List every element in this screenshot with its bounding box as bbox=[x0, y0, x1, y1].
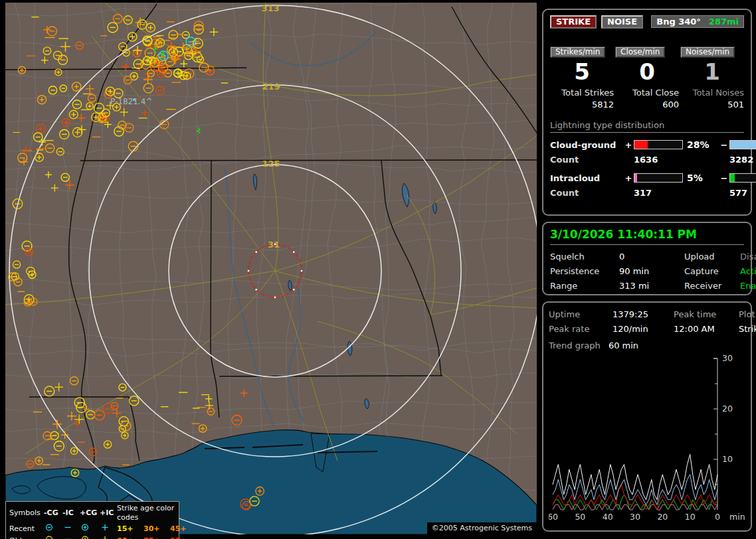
x-axis-tick-label: 60 bbox=[549, 512, 558, 522]
status-label: Capture bbox=[684, 266, 740, 276]
strike-symbol bbox=[122, 432, 128, 439]
legend-symbols-header: Symbols bbox=[9, 508, 44, 518]
strike-symbol bbox=[146, 23, 155, 32]
ring-label: 125 bbox=[262, 159, 280, 169]
strike-symbol bbox=[186, 37, 195, 46]
status-value: 90 min bbox=[619, 266, 684, 276]
strike-symbol bbox=[60, 85, 66, 92]
strike-symbol bbox=[65, 181, 74, 190]
strike-symbol bbox=[45, 386, 54, 396]
strike-symbol bbox=[143, 84, 153, 93]
legend-age-value: 30+ bbox=[143, 524, 170, 534]
strike-symbol bbox=[25, 248, 33, 256]
plot-value: Strike bbox=[739, 324, 756, 334]
strike-symbol bbox=[72, 127, 82, 137]
strike-symbol bbox=[86, 84, 94, 93]
strike-symbol bbox=[94, 410, 104, 420]
minus-sign: − bbox=[719, 173, 729, 183]
strike-symbol bbox=[22, 241, 32, 251]
strike-symbol bbox=[136, 17, 145, 27]
y-axis-tick-label: 20 bbox=[722, 404, 733, 414]
bearing-value: Bng 340° bbox=[656, 17, 701, 27]
strikes-per-min-value: 5 bbox=[550, 59, 614, 84]
plus-sign: + bbox=[623, 173, 634, 183]
peak-time-label: Peak time bbox=[674, 309, 739, 319]
uptime-value: 1379:25 bbox=[613, 309, 674, 319]
strike-symbol bbox=[180, 60, 187, 68]
trend-series-ic- bbox=[553, 495, 717, 510]
strike-symbol bbox=[60, 42, 70, 52]
legend-symbol-cell bbox=[44, 535, 62, 539]
total-strikes-label: Total Strikes bbox=[550, 88, 614, 98]
status-value: 0 bbox=[619, 252, 684, 262]
strike-symbol bbox=[103, 404, 113, 414]
strike-symbol bbox=[43, 47, 51, 55]
count-label: Count bbox=[550, 155, 623, 165]
legend-symbol-cell bbox=[62, 535, 80, 539]
strike-symbol bbox=[240, 390, 248, 397]
ic-plus-count: 317 bbox=[634, 188, 687, 198]
x-axis-tick-label: 10 bbox=[685, 512, 696, 522]
x-axis-tick-label: 30 bbox=[630, 512, 640, 522]
close-per-min-counter: Close/min 0 Total Close 600 bbox=[615, 46, 679, 110]
noise-mode-button[interactable]: NOISE bbox=[601, 15, 643, 29]
recent-strike-flash bbox=[153, 46, 156, 52]
legend-age-value: 60+ bbox=[117, 536, 143, 539]
plus-sign: + bbox=[623, 140, 634, 150]
strike-symbol bbox=[70, 377, 78, 385]
strike-symbol bbox=[124, 16, 132, 25]
lakes bbox=[254, 174, 437, 409]
strike-symbol bbox=[41, 56, 48, 64]
strikes-per-min-counter: Strikes/min 5 Total Strikes 5812 bbox=[550, 46, 614, 110]
circle-minus-icon bbox=[44, 535, 54, 539]
strike-symbol bbox=[197, 56, 203, 62]
strike-symbol bbox=[134, 59, 143, 68]
strike-symbol bbox=[35, 153, 44, 162]
legend-age-value: 15+ bbox=[117, 524, 143, 534]
cg-plus-count: 1636 bbox=[634, 155, 687, 165]
status-value: Active bbox=[740, 266, 756, 276]
x-axis-tick-label: 0 bbox=[715, 512, 720, 522]
strike-symbol bbox=[54, 383, 63, 392]
lightning-map[interactable]: 31321912531 P-1821.4^ Symbols-CG-IC+CG+I… bbox=[5, 3, 537, 534]
strike-symbol bbox=[72, 100, 81, 109]
strike-symbol bbox=[112, 409, 122, 418]
strike-symbol bbox=[232, 416, 242, 425]
strike-symbol bbox=[56, 148, 64, 155]
status-box: 3/10/2026 11:40:11 PM Squelch0UploadDisa… bbox=[542, 222, 752, 295]
plus-icon bbox=[100, 523, 110, 532]
trend-graph-row: Trend graph 60 min bbox=[549, 341, 745, 350]
storm-cell-label: P-1821.4^ bbox=[110, 97, 152, 106]
strike-symbol bbox=[55, 69, 62, 76]
strike-symbol bbox=[142, 110, 148, 116]
right-panel: STRIKE NOISE Bng 340°287mi Strikes/min 5… bbox=[541, 0, 755, 539]
app-root: { "header": { "strike_label": "STRIKE", … bbox=[0, 0, 756, 539]
intracloud-row: Intracloud + 5% − 10% bbox=[550, 173, 744, 183]
cg-plus-pct: 28% bbox=[687, 139, 719, 150]
y-axis-tick-label: 30 bbox=[722, 353, 733, 363]
x-axis-tick-label: 40 bbox=[603, 512, 613, 522]
legend-col-header: -CG bbox=[44, 508, 62, 518]
distribution-title: Lightning type distribution bbox=[550, 120, 744, 133]
strike-symbol bbox=[184, 69, 194, 79]
x-axis-unit-label: min bbox=[729, 512, 745, 522]
count-label: Count bbox=[550, 188, 623, 198]
strike-symbol bbox=[70, 447, 77, 454]
status-label: Receiver bbox=[684, 281, 740, 291]
bearing-readout: Bng 340°287mi bbox=[651, 15, 744, 28]
noises-per-min-counter: Noises/min 1 Total Noises 501 bbox=[680, 46, 744, 110]
map-canvas: 31321912531 P-1821.4^ bbox=[5, 3, 537, 534]
ring-label: 31 bbox=[268, 240, 280, 250]
legend-col-header: +IC bbox=[100, 508, 117, 518]
strike-symbol bbox=[86, 103, 93, 110]
legend-age-value: 90+ bbox=[170, 536, 193, 539]
legend-symbol-cell bbox=[100, 535, 117, 539]
strike-symbol bbox=[130, 396, 139, 406]
strike-mode-button[interactable]: STRIKE bbox=[550, 15, 597, 29]
strikes-per-min-label: Strikes/min bbox=[550, 46, 605, 58]
trend-box: Uptime 1379:25 Peak time Plot Peak rate … bbox=[542, 301, 752, 532]
legend-age-value: 75+ bbox=[143, 536, 170, 539]
strike-symbol bbox=[128, 33, 137, 41]
legend-col-header: +CG bbox=[80, 508, 100, 518]
strike-symbol bbox=[138, 20, 147, 29]
